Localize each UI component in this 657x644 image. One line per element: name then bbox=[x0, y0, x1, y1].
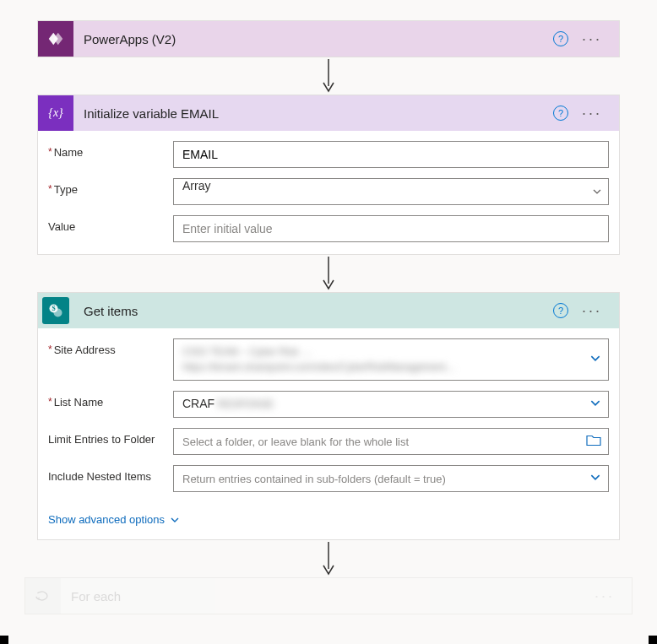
card-header[interactable]: For each ··· bbox=[25, 578, 632, 614]
connector-arrow bbox=[0, 255, 657, 292]
field-label-nested-items: Include Nested Items bbox=[48, 465, 173, 483]
card-header[interactable]: PowerApps (V2) ? ··· bbox=[38, 21, 619, 57]
list-name-combo[interactable]: CRAF RESPONSE bbox=[173, 391, 609, 418]
action-card-initialize-variable[interactable]: {x} Initialize variable EMAIL ? ··· Name… bbox=[37, 95, 620, 255]
svg-text:{x}: {x} bbox=[48, 106, 63, 119]
chevron-down-icon bbox=[589, 472, 601, 486]
more-menu-button[interactable]: ··· bbox=[578, 302, 605, 320]
card-header[interactable]: S Get items ? ··· bbox=[38, 293, 619, 328]
connector-arrow bbox=[0, 540, 657, 577]
crop-handle bbox=[0, 636, 8, 644]
svg-text:S: S bbox=[52, 305, 55, 312]
type-select[interactable]: Array bbox=[173, 178, 609, 205]
action-card-get-items[interactable]: S Get items ? ··· Site Address CISO TEAM… bbox=[37, 292, 620, 540]
nested-items-combo[interactable]: Return entries contained in sub-folders … bbox=[173, 465, 609, 492]
chevron-down-icon bbox=[589, 353, 601, 367]
more-menu-button[interactable]: ··· bbox=[578, 30, 605, 48]
field-label-limit-folder: Limit Entries to Folder bbox=[48, 428, 173, 446]
field-label-type: Type bbox=[48, 178, 173, 196]
card-title: Initialize variable EMAIL bbox=[73, 106, 553, 121]
sharepoint-icon: S bbox=[42, 297, 69, 324]
list-name-value: CRAF RESPONSE bbox=[182, 397, 274, 412]
card-title: PowerApps (V2) bbox=[73, 32, 553, 46]
help-icon[interactable]: ? bbox=[553, 31, 568, 46]
card-body: Site Address CISO TEAM – Cyber Risk … ht… bbox=[38, 328, 619, 539]
help-icon[interactable]: ? bbox=[553, 303, 568, 318]
foreach-icon bbox=[25, 578, 61, 614]
site-address-combo[interactable]: CISO TEAM – Cyber Risk … https://tenant.… bbox=[173, 338, 609, 381]
more-menu-button[interactable]: ··· bbox=[591, 587, 618, 605]
variable-icon: {x} bbox=[38, 95, 73, 131]
crop-handle bbox=[649, 636, 657, 644]
card-header[interactable]: {x} Initialize variable EMAIL ? ··· bbox=[38, 95, 619, 131]
action-card-foreach[interactable]: For each ··· bbox=[24, 577, 633, 614]
connector-arrow bbox=[0, 57, 657, 95]
name-input[interactable] bbox=[173, 141, 609, 168]
chevron-down-icon bbox=[170, 515, 180, 525]
field-label-name: Name bbox=[48, 141, 173, 159]
field-label-site-address: Site Address bbox=[48, 338, 173, 356]
field-label-list-name: List Name bbox=[48, 391, 173, 409]
folder-picker[interactable]: Select a folder, or leave blank for the … bbox=[173, 428, 609, 455]
chevron-down-icon bbox=[589, 398, 601, 412]
card-body: Name Type Array Value bbox=[38, 131, 619, 254]
powerapps-icon bbox=[38, 21, 73, 57]
action-card-powerapps[interactable]: PowerApps (V2) ? ··· bbox=[37, 20, 620, 57]
more-menu-button[interactable]: ··· bbox=[578, 105, 605, 122]
help-icon[interactable]: ? bbox=[553, 106, 568, 121]
card-title: For each bbox=[61, 589, 591, 603]
card-title: Get items bbox=[73, 304, 553, 318]
field-label-value: Value bbox=[48, 215, 173, 233]
value-input[interactable] bbox=[173, 215, 609, 242]
show-advanced-options-link[interactable]: Show advanced options bbox=[48, 513, 180, 526]
folder-icon[interactable] bbox=[586, 435, 601, 449]
